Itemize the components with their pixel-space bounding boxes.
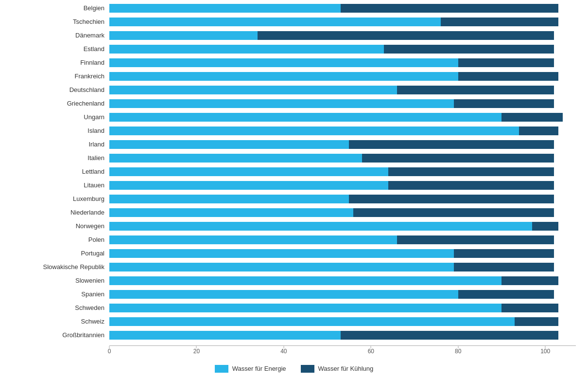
bar-energy	[109, 276, 502, 285]
country-label: Schweiz	[12, 318, 109, 325]
bar-row: Tschechien	[12, 16, 576, 28]
x-tick-label: 60	[368, 348, 374, 355]
bar-cooling	[349, 140, 554, 149]
chart-area: ÖsterreichBelgienTschechienDänemarkEstla…	[12, 0, 576, 343]
bar-track	[109, 140, 576, 149]
bar-track	[109, 181, 576, 190]
country-label: Slowenien	[12, 277, 109, 284]
bar-track	[109, 290, 576, 299]
country-label: Island	[12, 127, 109, 134]
bar-energy	[109, 317, 515, 326]
x-tick-label: 80	[455, 348, 461, 355]
country-label: Niederlande	[12, 209, 109, 216]
bar-energy	[109, 140, 349, 149]
country-label: Tschechien	[12, 18, 109, 25]
bar-row: Irland	[12, 138, 576, 151]
bar-energy	[109, 290, 458, 299]
bar-track	[109, 86, 576, 94]
chart-container: ÖsterreichBelgienTschechienDänemarkEstla…	[7, 0, 581, 380]
bar-cooling	[454, 263, 554, 271]
bar-energy	[109, 167, 388, 176]
bar-row: Estland	[12, 43, 576, 55]
legend-cooling: Wasser für Kühlung	[301, 365, 374, 373]
bar-energy	[109, 4, 341, 13]
bar-cooling	[384, 45, 554, 54]
bar-track	[109, 331, 576, 340]
bar-row: Griechenland	[12, 97, 576, 110]
x-tick-label: 40	[280, 348, 287, 355]
legend-energy: Wasser für Energie	[215, 365, 286, 373]
bar-track	[109, 113, 576, 122]
cooling-label: Wasser für Kühlung	[318, 365, 374, 372]
bar-cooling	[397, 86, 554, 94]
country-label: Slowakische Republik	[12, 263, 109, 271]
bar-cooling	[388, 181, 554, 190]
bar-energy	[109, 331, 341, 340]
bar-track	[109, 18, 576, 26]
bar-row: Frankreich	[12, 70, 576, 83]
country-label: Lettland	[12, 168, 109, 175]
x-axis: 020406080100	[109, 345, 576, 355]
bar-energy	[109, 86, 397, 94]
country-label: Griechenland	[12, 100, 109, 107]
bar-cooling	[441, 18, 558, 26]
bar-cooling	[515, 317, 558, 326]
country-label: Deutschland	[12, 86, 109, 93]
bar-row: Polen	[12, 234, 576, 246]
bar-row: Island	[12, 125, 576, 137]
bar-row: Slowenien	[12, 274, 576, 287]
bar-row: Schweden	[12, 302, 576, 314]
bar-row: Slowakische Republik	[12, 261, 576, 273]
country-label: Dänemark	[12, 32, 109, 39]
bar-row: Norwegen	[12, 220, 576, 233]
bar-row: Belgien	[12, 2, 576, 15]
bar-cooling	[362, 154, 554, 163]
bar-row: Niederlande	[12, 206, 576, 219]
bar-row: Deutschland	[12, 84, 576, 96]
bar-track	[109, 99, 576, 108]
bar-energy	[109, 249, 454, 258]
bar-energy	[109, 127, 519, 135]
country-label: Estland	[12, 45, 109, 53]
bar-track	[109, 208, 576, 217]
bar-track	[109, 249, 576, 258]
bar-row: Spanien	[12, 288, 576, 301]
bar-energy	[109, 304, 502, 312]
bar-cooling	[353, 208, 554, 217]
bar-cooling	[519, 127, 558, 135]
bar-track	[109, 72, 576, 81]
bar-track	[109, 45, 576, 54]
x-tick-label: 20	[193, 348, 200, 355]
x-tick-label: 100	[540, 348, 550, 355]
bar-track	[109, 276, 576, 285]
x-tick-label: 0	[108, 348, 111, 355]
bar-cooling	[258, 31, 554, 40]
bar-track	[109, 317, 576, 326]
bar-cooling	[349, 195, 554, 203]
bar-energy	[109, 45, 384, 54]
country-label: Polen	[12, 236, 109, 243]
cooling-swatch	[301, 365, 314, 373]
bar-energy	[109, 72, 458, 81]
bar-energy	[109, 195, 349, 203]
bar-row: Ungarn	[12, 111, 576, 124]
bar-row: Österreich	[12, 0, 576, 1]
bar-energy	[109, 58, 458, 67]
bar-cooling	[388, 167, 554, 176]
bar-cooling	[341, 331, 559, 340]
bar-cooling	[458, 290, 554, 299]
bar-cooling	[397, 235, 554, 244]
bar-row: Großbritannien	[12, 329, 576, 342]
bar-energy	[109, 235, 397, 244]
bar-row: Portugal	[12, 247, 576, 260]
country-label: Portugal	[12, 250, 109, 257]
bar-row: Schweiz	[12, 315, 576, 328]
bar-energy	[109, 18, 441, 26]
bar-row: Dänemark	[12, 29, 576, 42]
bar-energy	[109, 154, 362, 163]
bar-energy	[109, 31, 258, 40]
bar-cooling	[502, 276, 558, 285]
bar-energy	[109, 99, 454, 108]
country-label: Norwegen	[12, 222, 109, 230]
bar-row: Italien	[12, 152, 576, 164]
